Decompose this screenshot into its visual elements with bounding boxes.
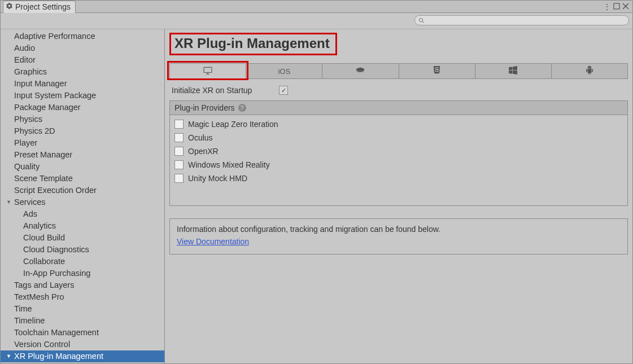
sidebar-item-time[interactable]: Time [1,303,164,315]
platform-tabs: iOS [169,63,628,79]
sidebar-item-tags-and-layers[interactable]: Tags and Layers [1,279,164,291]
view-documentation-link[interactable]: View Documentation [177,237,249,246]
provider-row-unity-mock-hmd: Unity Mock HMD [174,172,623,185]
platform-tab-html5[interactable] [399,63,475,79]
project-settings-window: Project Settings ⋮ Adaptive PerformanceA… [0,0,633,364]
provider-checkbox[interactable] [174,174,184,183]
provider-row-magic-leap-zero-iteration: Magic Leap Zero Iteration [174,117,623,131]
sidebar-item-ads[interactable]: Ads [1,208,164,220]
sidebar-item-package-manager[interactable]: Package Manager [1,102,164,113]
providers-label: Plug-in Providers [174,103,235,112]
sidebar-item-label: Player [14,138,37,148]
init-xr-label: Initialize XR on Startup [172,86,279,95]
sidebar-item-label: Version Control [14,339,70,350]
sidebar-item-label: Analytics [23,221,56,231]
sidebar-item-version-control[interactable]: Version Control [1,339,164,350]
provider-checkbox[interactable] [174,120,184,129]
sidebar-item-quality[interactable]: Quality [1,161,164,173]
provider-checkbox[interactable] [174,147,184,156]
sidebar-item-services[interactable]: ▼Services [1,196,164,208]
platform-tab-windows[interactable] [475,63,552,79]
sidebar-item-label: Physics [14,114,42,125]
sidebar-item-label: TextMesh Pro [14,292,64,302]
kebab-menu-icon[interactable]: ⋮ [603,2,611,11]
sidebar-item-label: Preset Manager [14,150,72,160]
provider-row-windows-mixed-reality: Windows Mixed Reality [174,158,623,172]
sidebar-item-label: Package Manager [14,102,81,113]
sidebar-item-preset-manager[interactable]: Preset Manager [1,149,164,161]
titlebar: Project Settings ⋮ [1,1,632,13]
sidebar-item-label: Input System Package [14,90,96,101]
sidebar-item-label: Adaptive Performance [14,31,95,42]
sidebar-item-player[interactable]: Player [1,137,164,149]
platform-tab-stadia[interactable] [322,63,399,79]
maximize-icon[interactable] [613,2,620,11]
sidebar-item-timeline[interactable]: Timeline [1,315,164,327]
sidebar-item-label: Cloud Build [23,233,65,243]
search-input[interactable] [427,17,625,24]
sidebar-item-label: Cloud Diagnostics [23,244,89,255]
expand-arrow-icon: ▼ [6,351,11,362]
init-xr-checkbox[interactable]: ✓ [279,86,288,95]
provider-checkbox[interactable] [174,160,184,169]
sidebar-item-label: Services [14,197,46,208]
sidebar-item-collaborate[interactable]: Collaborate [1,256,164,267]
sidebar-item-graphics[interactable]: Graphics [1,66,164,78]
sidebar-item-input-manager[interactable]: Input Manager [1,78,164,90]
providers-footer [170,190,627,205]
page-heading: XR Plug-in Management [174,36,330,51]
info-text: Information about configuration, trackin… [177,225,621,234]
platform-tab-ios[interactable]: iOS [246,63,322,79]
sidebar-item-label: Scene Template [14,173,73,184]
provider-checkbox[interactable] [174,133,184,142]
sidebar-item-label: Input Manager [14,78,67,89]
providers-header: Plug-in Providers ? [170,101,627,115]
sidebar-item-analytics[interactable]: Analytics [1,220,164,232]
gear-icon [6,2,13,11]
init-xr-row: Initialize XR on Startup ✓ [169,79,628,99]
sidebar-item-cloud-diagnostics[interactable]: Cloud Diagnostics [1,244,164,256]
sidebar-item-cloud-build[interactable]: Cloud Build [1,232,164,244]
help-icon[interactable]: ? [238,104,246,112]
search-row [1,13,632,29]
ios-icon: iOS [278,67,290,76]
sidebar-item-in-app-purchasing[interactable]: In-App Purchasing [1,267,164,279]
close-icon[interactable] [622,2,629,11]
sidebar-item-toolchain-management[interactable]: Toolchain Management [1,327,164,339]
sidebar-item-adaptive-performance[interactable]: Adaptive Performance [1,30,164,42]
svg-point-3 [419,18,422,21]
sidebar-item-xr-plug-in-management[interactable]: ▼XR Plug-in Management [1,350,164,362]
sidebar-item-label: Physics 2D [14,126,55,137]
sidebar-item-scene-template[interactable]: Scene Template [1,173,164,185]
sidebar-item-label: OpenXR [23,363,55,363]
sidebar-item-editor[interactable]: Editor [1,54,164,66]
sidebar-item-textmesh-pro[interactable]: TextMesh Pro [1,291,164,303]
sidebar-item-label: Collaborate [23,256,65,267]
sidebar-item-input-system-package[interactable]: Input System Package [1,90,164,102]
sidebar-item-audio[interactable]: Audio [1,42,164,54]
search-icon [418,17,425,24]
stadia-icon [355,67,365,76]
window-title: Project Settings [15,2,71,11]
provider-label: OpenXR [188,147,219,156]
heading-highlight: XR Plug-in Management [169,33,337,55]
settings-sidebar: Adaptive PerformanceAudioEditorGraphicsI… [1,29,165,363]
sidebar-item-label: Timeline [14,315,45,326]
platform-tab-monitor[interactable] [169,63,246,79]
sidebar-item-script-execution-order[interactable]: Script Execution Order [1,185,164,196]
platform-tab-android[interactable] [552,63,628,79]
sidebar-item-label: Toolchain Management [14,327,99,338]
provider-label: Oculus [188,133,213,142]
sidebar-item-physics-2d[interactable]: Physics 2D [1,125,164,137]
sidebar-item-label: Editor [14,55,36,65]
info-box: Information about configuration, trackin… [169,218,628,255]
sidebar-item-openxr[interactable]: OpenXR [1,362,164,363]
provider-row-openxr: OpenXR [174,144,623,158]
window-tab[interactable]: Project Settings [3,1,76,13]
sidebar-item-label: Graphics [14,67,47,77]
search-box[interactable] [414,15,629,25]
sidebar-item-physics[interactable]: Physics [1,113,164,125]
sidebar-item-label: Time [14,304,32,314]
settings-main: XR Plug-in Management iOS Initialize XR … [165,29,632,363]
sidebar-item-label: Ads [23,209,37,220]
